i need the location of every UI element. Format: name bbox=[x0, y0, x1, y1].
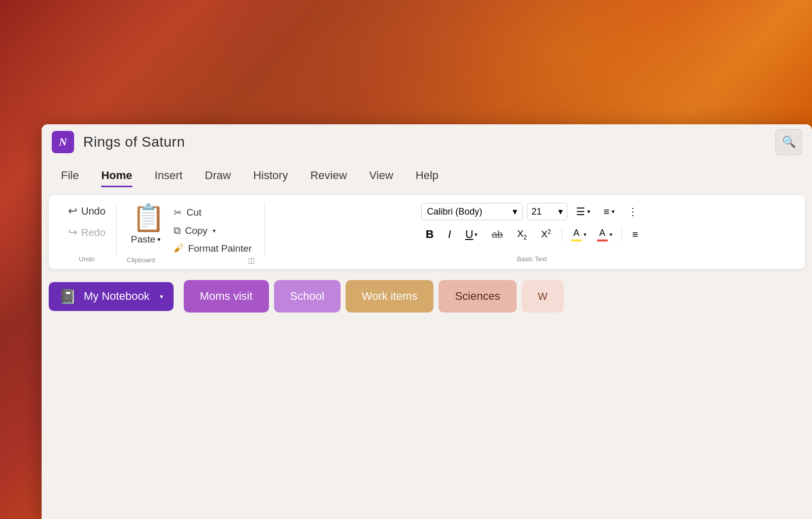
numbered-list-arrow: ▾ bbox=[612, 208, 615, 215]
redo-icon: ↪ bbox=[68, 226, 77, 239]
cut-button[interactable]: ✂ Cut bbox=[171, 204, 255, 221]
font-family-value: Calibri (Body) bbox=[427, 206, 482, 217]
app-title: Rings of Saturn bbox=[83, 134, 185, 150]
numbered-list-button[interactable]: ≡ ▾ bbox=[599, 203, 619, 221]
notebook-icon: 📓 bbox=[59, 288, 77, 305]
font-color-bar bbox=[597, 239, 608, 241]
underline-arrow: ▾ bbox=[475, 231, 478, 238]
bullet-list-arrow: ▾ bbox=[587, 208, 590, 215]
clipboard-section-label: Clipboard bbox=[127, 256, 155, 265]
tab-momsvisit-label: Moms visit bbox=[200, 290, 253, 303]
format-painter-icon: 🖌 bbox=[174, 243, 184, 254]
title-bar: N Rings of Saturn 🔍 bbox=[42, 124, 812, 160]
underline-label: U bbox=[465, 228, 473, 241]
highlight-color-bar bbox=[571, 239, 582, 241]
divider2 bbox=[621, 227, 622, 241]
menu-help[interactable]: Help bbox=[407, 165, 448, 186]
menu-bar: File Home Insert Draw History Review Vie… bbox=[42, 160, 812, 191]
numbered-list-icon: ≡ bbox=[603, 206, 610, 218]
paste-clipboard-icon: 📋 bbox=[132, 203, 165, 232]
tab-sciences-label: Sciences bbox=[455, 290, 500, 303]
underline-button[interactable]: U ▾ bbox=[460, 225, 483, 244]
tab-school[interactable]: School bbox=[274, 280, 341, 313]
undo-section-label: Undo bbox=[79, 255, 94, 264]
indent-button[interactable]: ⋮ bbox=[623, 202, 642, 221]
menu-home[interactable]: Home bbox=[92, 165, 141, 186]
tab-sciences[interactable]: Sciences bbox=[438, 280, 516, 313]
font-size-selector[interactable]: 21 ▾ bbox=[527, 203, 567, 220]
tab-workitems[interactable]: Work items bbox=[346, 280, 434, 313]
onenote-window: N Rings of Saturn 🔍 File Home Insert Dra… bbox=[42, 124, 812, 519]
ribbon-undo-section: ↩ Undo ↪ Redo Undo bbox=[57, 200, 117, 266]
copy-dropdown-arrow: ▾ bbox=[213, 227, 216, 234]
notebook-bar: 📓 My Notebook ▾ Moms visit School Work i… bbox=[42, 273, 812, 320]
ribbon: ↩ Undo ↪ Redo Undo 📋 Paste bbox=[49, 195, 805, 269]
basic-text-section-label: Basic Text bbox=[517, 255, 547, 264]
tab-more[interactable]: W bbox=[522, 280, 564, 313]
bullet-list-button[interactable]: ☰ ▾ bbox=[571, 202, 595, 221]
paste-label: Paste bbox=[131, 234, 156, 245]
highlight-icon: A bbox=[573, 228, 580, 238]
cut-icon: ✂ bbox=[174, 206, 182, 219]
font-family-arrow: ▾ bbox=[513, 206, 517, 217]
superscript-label: X2 bbox=[541, 228, 551, 240]
font-size-arrow: ▾ bbox=[558, 206, 563, 217]
menu-insert[interactable]: Insert bbox=[146, 165, 192, 186]
undo-label: Undo bbox=[81, 205, 106, 217]
clipboard-right-group: ✂ Cut ⧉ Copy ▾ 🖌 Format Painter bbox=[171, 202, 255, 256]
strikethrough-label: ab bbox=[492, 229, 503, 240]
redo-button[interactable]: ↪ Redo bbox=[65, 224, 109, 241]
logo-letter: N bbox=[59, 135, 67, 149]
onenote-logo: N bbox=[52, 131, 74, 153]
search-button[interactable]: 🔍 bbox=[775, 129, 802, 155]
format-painter-button[interactable]: 🖌 Format Painter bbox=[171, 240, 255, 256]
subscript-button[interactable]: X2 bbox=[512, 225, 532, 244]
menu-view[interactable]: View bbox=[360, 165, 402, 186]
menu-draw[interactable]: Draw bbox=[196, 165, 240, 186]
superscript-button[interactable]: X2 bbox=[535, 225, 556, 243]
highlight-dropdown-arrow: ▾ bbox=[584, 231, 587, 238]
tab-more-label: W bbox=[538, 291, 548, 302]
ribbon-basic-text-section: Calibri (Body) ▾ 21 ▾ ☰ ▾ ≡ ▾ ⋮ bbox=[265, 200, 797, 266]
font-size-value: 21 bbox=[531, 206, 542, 217]
clipboard-launcher-icon[interactable]: ◫ bbox=[248, 256, 255, 265]
cut-label: Cut bbox=[186, 207, 201, 218]
menu-review[interactable]: Review bbox=[301, 165, 356, 186]
indent-icon: ⋮ bbox=[628, 205, 638, 218]
tab-school-label: School bbox=[290, 290, 324, 303]
italic-label: I bbox=[448, 228, 451, 241]
menu-file[interactable]: File bbox=[52, 165, 88, 186]
ribbon-clipboard-section: 📋 Paste ▾ ✂ Cut ⧉ Copy bbox=[117, 200, 265, 266]
paste-dropdown-arrow: ▾ bbox=[157, 236, 160, 243]
bold-label: B bbox=[426, 228, 434, 241]
redo-label: Redo bbox=[81, 227, 106, 238]
notebook-name: My Notebook bbox=[84, 290, 150, 303]
font-color-icon: A bbox=[599, 228, 605, 238]
bullet-list-icon: ☰ bbox=[576, 205, 585, 218]
strikethrough-button[interactable]: ab bbox=[486, 226, 509, 244]
subscript-label: X2 bbox=[517, 228, 527, 241]
bold-button[interactable]: B bbox=[420, 225, 439, 244]
highlight-color-button[interactable]: A ▾ bbox=[567, 225, 590, 244]
undo-button[interactable]: ↩ Undo bbox=[65, 202, 109, 220]
copy-icon: ⧉ bbox=[174, 225, 181, 236]
format-painter-label: Format Painter bbox=[188, 243, 252, 254]
notebook-dropdown-arrow: ▾ bbox=[160, 293, 163, 300]
align-icon: ≡ bbox=[632, 229, 638, 240]
notebook-selector[interactable]: 📓 My Notebook ▾ bbox=[49, 282, 174, 311]
paste-button[interactable]: 📋 Paste ▾ bbox=[127, 202, 165, 247]
undo-icon: ↩ bbox=[68, 204, 77, 218]
divider bbox=[562, 227, 562, 241]
italic-button[interactable]: I bbox=[443, 225, 457, 244]
tab-workitems-label: Work items bbox=[362, 290, 418, 303]
copy-label: Copy bbox=[185, 225, 207, 236]
align-button[interactable]: ≡ bbox=[627, 226, 644, 244]
search-icon: 🔍 bbox=[782, 135, 796, 149]
tab-momsvisit[interactable]: Moms visit bbox=[184, 280, 269, 313]
font-color-button[interactable]: A ▾ bbox=[593, 225, 616, 244]
copy-button[interactable]: ⧉ Copy ▾ bbox=[171, 223, 255, 238]
menu-history[interactable]: History bbox=[244, 165, 297, 186]
font-family-selector[interactable]: Calibri (Body) ▾ bbox=[421, 203, 523, 220]
font-color-dropdown-arrow: ▾ bbox=[610, 231, 613, 238]
